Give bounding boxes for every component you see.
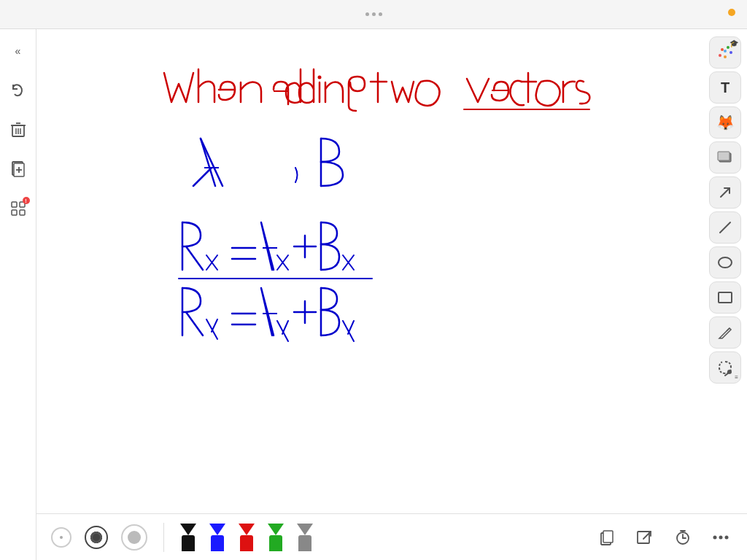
black-pen-tip [180,524,196,535]
svg-point-27 [729,51,732,54]
svg-point-14 [318,76,322,79]
svg-rect-40 [603,531,613,542]
orange-dot [728,9,735,16]
line-icon [716,219,734,236]
svg-point-48 [719,535,723,539]
dot2 [372,12,376,16]
svg-rect-12 [12,210,17,215]
svg-rect-32 [718,152,729,160]
divider1 [163,523,164,552]
ellipse-icon [716,254,734,271]
svg-rect-41 [638,532,649,543]
more-button[interactable] [706,523,735,552]
handwriting-canvas [36,29,747,560]
svg-point-30 [724,50,727,52]
blue-pen-tip [209,524,225,535]
lasso-icon [716,359,734,376]
timer-icon [674,529,692,546]
arrow-button[interactable] [709,176,741,209]
large-stroke-dot [128,531,141,544]
gray-pen-button[interactable] [297,524,313,551]
undo-button[interactable] [5,77,31,104]
timer-button[interactable] [668,523,697,552]
delete-button[interactable] [5,117,31,143]
pen-tool-icon [716,324,734,341]
share-button[interactable] [630,523,659,552]
svg-rect-13 [20,210,25,215]
svg-rect-36 [719,292,732,303]
pen-tool-button[interactable] [709,316,741,349]
line-button[interactable] [709,211,741,244]
rectangle-button[interactable] [709,281,741,314]
right-toolbar: T ≡ 🦊 🎓 [709,36,741,384]
red-pen-tip [239,524,255,535]
svg-point-29 [719,54,721,57]
sticker-button[interactable]: 🦊 🎓 [709,106,741,139]
top-bar [0,0,747,29]
svg-point-49 [725,535,729,539]
svg-point-25 [721,48,724,51]
sticker-icon: 🦊 [716,114,735,131]
svg-point-35 [719,257,732,268]
grid-button[interactable]: ! [5,195,31,222]
trash-icon [11,122,26,138]
rectangle-icon [716,289,734,306]
green-pen-body [269,535,282,551]
ellipse-button[interactable] [709,246,741,279]
dot3 [379,12,382,16]
red-pen-button[interactable] [239,524,255,551]
layers-button[interactable] [709,141,741,174]
more-icon [712,534,729,540]
text-icon: T [721,79,729,96]
dot1 [365,12,369,16]
text-button[interactable]: T ≡ [709,71,741,104]
bottom-right-tools [581,513,747,560]
undo-icon [10,82,26,98]
back-button[interactable]: « [5,38,31,64]
svg-line-33 [721,188,729,197]
svg-line-37 [727,328,729,331]
blue-pen-button[interactable] [209,524,225,551]
green-pen-tip [268,524,284,535]
grid-badge: ! [23,197,30,204]
svg-point-28 [724,55,727,58]
left-toolbar: « ! [0,29,36,560]
share-icon [636,529,654,546]
svg-line-34 [720,222,730,233]
gray-pen-tip [297,524,313,535]
top-bar-dots [365,12,382,16]
black-pen-button[interactable] [180,524,196,551]
layers-icon [716,149,734,166]
canvas-area[interactable] [36,29,747,560]
svg-point-47 [713,535,717,539]
arrow-icon [716,184,734,201]
red-pen-body [240,535,253,551]
blue-pen-body [211,535,224,551]
medium-stroke-button[interactable] [85,526,108,549]
copy-page-icon [598,529,616,546]
copy-page-button[interactable] [592,523,622,552]
sticker-overlay-icon: 🎓 [729,39,738,47]
gray-pen-body [298,535,311,551]
small-stroke-dot [60,536,63,539]
black-pen-body [182,535,195,551]
green-pen-button[interactable] [268,524,284,551]
svg-rect-10 [12,202,17,207]
small-stroke-button[interactable] [51,527,71,548]
medium-stroke-dot [93,534,100,541]
large-stroke-button[interactable] [121,524,147,551]
text-sub-icon: ≡ [735,374,738,381]
add-page-icon [10,161,26,177]
add-page-button[interactable] [5,156,31,182]
